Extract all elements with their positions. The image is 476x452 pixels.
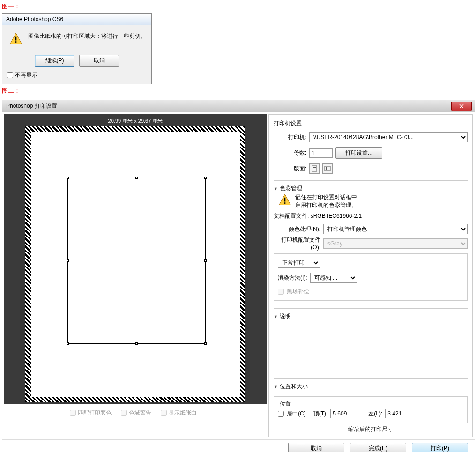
color-handle-select[interactable]: 打印机管理颜色 — [323, 224, 468, 234]
svg-rect-5 — [312, 166, 317, 171]
preview-page — [25, 126, 245, 402]
alert-title: Adobe Photoshop CS6 — [2, 14, 151, 25]
svg-rect-8 — [326, 167, 327, 170]
resize-handle[interactable] — [204, 177, 207, 179]
continue-button[interactable]: 继续(P) — [35, 55, 74, 67]
preview-panel: 20.99 厘米 x 29.67 厘米 匹配打 — [4, 114, 267, 437]
left-input[interactable] — [385, 409, 413, 418]
left-label: 左(L): — [368, 410, 382, 418]
center-label: 居中(C) — [287, 410, 306, 418]
portrait-button[interactable] — [309, 163, 320, 174]
landscape-icon — [324, 166, 331, 171]
resize-handle[interactable] — [204, 342, 207, 345]
landscape-button[interactable] — [322, 163, 333, 174]
resize-handle[interactable] — [67, 342, 69, 345]
render-label: 渲染方法(I): — [278, 274, 307, 282]
print-button[interactable]: 打印(P) — [412, 443, 468, 452]
color-mgmt-msg1: 记住在打印设置对话框中 — [295, 193, 357, 201]
alert-message: 图像比纸张的可打印区域大；将进行一些剪切。 — [28, 32, 146, 40]
center-checkbox[interactable] — [278, 411, 284, 417]
printer-profile-label: 打印机配置文件(O): — [274, 236, 320, 251]
svg-rect-11 — [284, 202, 286, 204]
desc-title[interactable]: ▼说明 — [274, 311, 468, 321]
copies-input[interactable] — [309, 148, 333, 158]
svg-rect-6 — [313, 167, 316, 168]
triangle-down-icon: ▼ — [274, 314, 278, 319]
triangle-down-icon: ▼ — [274, 186, 278, 191]
printer-profile-select: sGray — [323, 238, 468, 249]
preview-print-bounds[interactable] — [67, 178, 206, 344]
dont-show-checkbox[interactable] — [7, 72, 13, 78]
alert-dialog: Adobe Photoshop CS6 图像比纸张的可打印区域大；将进行一些剪切… — [2, 13, 152, 84]
done-button[interactable]: 完成(E) — [350, 443, 406, 452]
show-white-checkbox — [161, 410, 167, 416]
figure1-label: 图一： — [0, 0, 476, 13]
cancel-button[interactable]: 取消 — [288, 443, 344, 452]
resize-handle[interactable] — [67, 177, 69, 179]
svg-rect-7 — [325, 166, 330, 171]
gamut-warn-checkbox — [121, 410, 127, 416]
black-point-label: 黑场补偿 — [287, 288, 309, 296]
svg-rect-2 — [15, 41, 17, 43]
color-mgmt-title[interactable]: ▼色彩管理 — [274, 184, 468, 193]
layout-label: 版面: — [274, 165, 306, 173]
top-label: 顶(T): — [313, 410, 328, 418]
warning-icon — [278, 193, 291, 207]
svg-rect-1 — [15, 37, 17, 41]
resize-handle[interactable] — [135, 342, 138, 345]
gamut-warn-row: 色域警告 — [121, 409, 151, 417]
preview-dimensions: 20.99 厘米 x 29.67 厘米 — [6, 116, 265, 126]
print-settings-dialog: Photoshop 打印设置 20.99 厘米 x 29.67 厘米 — [2, 100, 475, 452]
position-sub: 位置 — [278, 400, 293, 408]
doc-profile-label: 文档配置文件: — [274, 213, 309, 219]
triangle-down-icon: ▼ — [274, 385, 278, 389]
match-colors-checkbox — [70, 410, 76, 416]
top-input[interactable] — [330, 409, 358, 418]
titlebar: Photoshop 打印设置 — [2, 100, 475, 112]
color-handle-label: 颜色处理(N): — [274, 225, 320, 233]
resize-handle[interactable] — [67, 259, 69, 262]
color-mgmt-msg2: 启用打印机的色彩管理。 — [295, 201, 357, 209]
settings-panel: 打印机设置 打印机: \\USER-20140428AG\Brother MFC… — [268, 114, 473, 437]
scaled-size-label: 缩放后的打印尺寸 — [274, 425, 468, 433]
resize-handle[interactable] — [204, 259, 207, 262]
match-colors-row: 匹配打印颜色 — [70, 409, 112, 417]
figure2-label: 图二： — [0, 84, 476, 97]
black-point-checkbox — [278, 289, 284, 295]
close-button[interactable] — [451, 102, 472, 111]
resize-handle[interactable] — [135, 177, 138, 179]
printer-select[interactable]: \\USER-20140428AG\Brother MFC-73... — [309, 132, 468, 142]
show-white-row: 显示纸张白 — [161, 409, 197, 417]
dialog-title: Photoshop 打印设置 — [2, 100, 61, 112]
copies-label: 份数: — [274, 149, 306, 157]
close-icon — [459, 104, 464, 109]
dont-show-label: 不再显示 — [15, 71, 37, 79]
portrait-icon — [312, 165, 317, 172]
warning-icon — [9, 32, 22, 45]
normal-print-select[interactable]: 正常打印 — [278, 258, 320, 268]
print-setup-button[interactable]: 打印设置... — [335, 147, 382, 159]
position-title[interactable]: ▼位置和大小 — [274, 382, 468, 392]
printer-label: 打印机: — [274, 133, 306, 141]
cancel-button[interactable]: 取消 — [79, 55, 119, 67]
printer-settings-title: 打印机设置 — [274, 119, 468, 128]
doc-profile-value: sRGB IEC61966-2.1 — [311, 213, 362, 219]
svg-rect-10 — [284, 198, 286, 202]
render-select[interactable]: 可感知 ... — [310, 273, 357, 283]
